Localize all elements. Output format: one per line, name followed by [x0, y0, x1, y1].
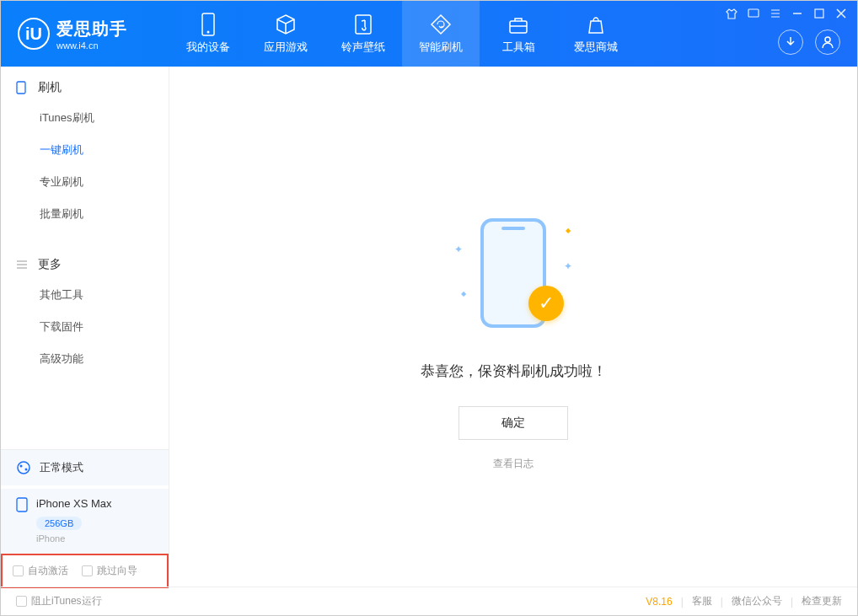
- maximize-button[interactable]: [813, 8, 825, 19]
- svg-point-9: [20, 465, 23, 468]
- main-content: ✦ ◆ ◆ ✦ ✓ 恭喜您，保资料刷机成功啦！ 确定 查看日志: [169, 67, 857, 588]
- sidebar: 刷机 iTunes刷机 一键刷机 专业刷机 批量刷机 更多 其他工具 下载固件 …: [1, 67, 169, 588]
- shirt-icon[interactable]: [726, 8, 737, 19]
- checkbox-block-itunes[interactable]: 阻止iTunes运行: [16, 594, 102, 608]
- nav-tabs: 我的设备 应用游戏 铃声壁纸 智能刷机 工具箱 爱思商城: [169, 1, 635, 67]
- sidebar-item-advanced[interactable]: 高级功能: [1, 343, 169, 375]
- checkbox-skip-guide[interactable]: 跳过向导: [82, 564, 137, 578]
- store-icon: [586, 13, 606, 36]
- logo-icon: iU: [18, 18, 50, 50]
- svg-rect-5: [815, 9, 823, 18]
- checkbox-box-icon: [13, 565, 24, 576]
- minimize-button[interactable]: [791, 8, 803, 19]
- svg-rect-3: [510, 21, 527, 33]
- success-message: 恭喜您，保资料刷机成功啦！: [421, 362, 607, 381]
- version-label: V8.16: [646, 596, 672, 608]
- svg-rect-11: [17, 498, 27, 512]
- list-icon: [16, 260, 29, 270]
- svg-point-10: [25, 469, 28, 471]
- tab-ringtones-wallpapers[interactable]: 铃声壁纸: [324, 1, 402, 67]
- sidebar-item-pro-flash[interactable]: 专业刷机: [1, 166, 169, 198]
- footer-link-support[interactable]: 客服: [692, 594, 712, 608]
- view-log-link[interactable]: 查看日志: [493, 457, 534, 471]
- svg-rect-4: [748, 9, 759, 17]
- logo-area: iU 爱思助手 www.i4.cn: [1, 18, 169, 51]
- user-button[interactable]: [815, 29, 840, 55]
- ok-button[interactable]: 确定: [458, 406, 568, 440]
- music-icon: [353, 13, 373, 36]
- device-type: iPhone: [36, 533, 112, 544]
- device-name: iPhone XS Max: [36, 497, 112, 510]
- sidebar-item-batch-flash[interactable]: 批量刷机: [1, 198, 169, 230]
- highlighted-options-row: 自动激活 跳过向导: [1, 554, 169, 588]
- checkbox-box-icon: [16, 596, 27, 607]
- svg-point-1: [207, 31, 210, 34]
- checkbox-box-icon: [82, 565, 93, 576]
- refresh-icon: [430, 13, 452, 36]
- footer-link-check-update[interactable]: 检查更新: [802, 594, 842, 608]
- feedback-icon[interactable]: [748, 8, 759, 19]
- footer-bar: 阻止iTunes运行 V8.16 | 客服 | 微信公众号 | 检查更新: [1, 587, 857, 615]
- success-illustration: ✦ ◆ ◆ ✦ ✓: [454, 218, 572, 336]
- cube-icon: [275, 13, 297, 36]
- storage-badge: 256GB: [36, 517, 82, 530]
- svg-point-8: [18, 462, 29, 474]
- tab-apps-games[interactable]: 应用游戏: [247, 1, 324, 67]
- sidebar-section-flash: 刷机: [1, 80, 169, 102]
- device-small-icon: [16, 497, 28, 512]
- phone-small-icon: [16, 81, 29, 94]
- app-header: iU 爱思助手 www.i4.cn 我的设备 应用游戏 铃声壁纸 智能刷机 工具…: [1, 1, 857, 67]
- device-panel: 正常模式 iPhone XS Max 256GB iPhone: [1, 449, 169, 554]
- svg-rect-7: [17, 82, 25, 94]
- svg-point-6: [825, 37, 830, 42]
- close-button[interactable]: [835, 8, 847, 19]
- checkmark-badge-icon: ✓: [528, 286, 564, 321]
- app-url: www.i4.cn: [56, 40, 127, 51]
- window-controls: [726, 8, 847, 19]
- device-mode-row[interactable]: 正常模式: [1, 450, 169, 485]
- sidebar-item-download-firmware[interactable]: 下载固件: [1, 311, 169, 343]
- tab-smart-flash[interactable]: 智能刷机: [402, 1, 480, 67]
- tab-store[interactable]: 爱思商城: [557, 1, 635, 67]
- svg-rect-2: [356, 15, 371, 34]
- toolbox-icon: [507, 13, 529, 36]
- menu-icon[interactable]: [770, 8, 781, 19]
- device-icon: [200, 13, 217, 36]
- tab-toolbox[interactable]: 工具箱: [480, 1, 557, 67]
- sidebar-item-itunes-flash[interactable]: iTunes刷机: [1, 102, 169, 134]
- sidebar-item-oneclick-flash[interactable]: 一键刷机: [1, 134, 169, 166]
- mode-icon: [16, 460, 31, 475]
- device-info-row[interactable]: iPhone XS Max 256GB iPhone: [1, 489, 169, 554]
- app-title: 爱思助手: [56, 18, 127, 40]
- footer-link-wechat[interactable]: 微信公众号: [732, 594, 782, 608]
- download-button[interactable]: [778, 29, 803, 55]
- checkbox-auto-activate[interactable]: 自动激活: [13, 564, 68, 578]
- sidebar-item-other-tools[interactable]: 其他工具: [1, 279, 169, 311]
- sidebar-section-more: 更多: [1, 257, 169, 279]
- tab-my-device[interactable]: 我的设备: [169, 1, 247, 67]
